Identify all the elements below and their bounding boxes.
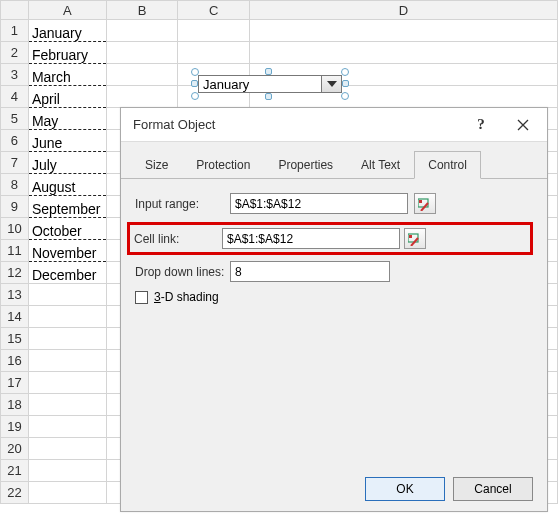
cell[interactable] [28, 416, 106, 438]
row-header[interactable]: 3 [1, 64, 29, 86]
close-button[interactable] [503, 111, 543, 139]
control-tab-panel: Input range: Cell link: Drop down lines:… [121, 179, 547, 318]
row-header[interactable]: 6 [1, 130, 29, 152]
cell[interactable]: June [28, 130, 106, 152]
col-header-d[interactable]: D [250, 1, 558, 20]
cell-link-label: Cell link: [134, 232, 222, 246]
cell[interactable] [28, 482, 106, 504]
dropdown-control[interactable]: January [195, 72, 345, 96]
cell[interactable] [178, 42, 250, 64]
cell-link-field[interactable] [222, 228, 400, 249]
cell[interactable]: July [28, 152, 106, 174]
cell[interactable]: September [28, 196, 106, 218]
row-header[interactable]: 8 [1, 174, 29, 196]
3d-shading-checkbox[interactable]: 3-D shading [135, 290, 533, 304]
cell[interactable] [28, 328, 106, 350]
tab-control[interactable]: Control [414, 151, 481, 179]
cell[interactable] [250, 20, 558, 42]
row-header[interactable]: 13 [1, 284, 29, 306]
cell[interactable] [106, 64, 178, 86]
dialog-title: Format Object [133, 117, 215, 132]
dropdown-lines-label: Drop down lines: [135, 265, 230, 279]
row-header[interactable]: 7 [1, 152, 29, 174]
cell[interactable] [28, 460, 106, 482]
input-range-label: Input range: [135, 197, 230, 211]
svg-rect-1 [419, 200, 422, 203]
col-header-c[interactable]: C [178, 1, 250, 20]
cell[interactable]: February [28, 42, 106, 64]
row-header[interactable]: 21 [1, 460, 29, 482]
cell[interactable] [106, 42, 178, 64]
row-header[interactable]: 5 [1, 108, 29, 130]
cell-link-picker[interactable] [404, 228, 426, 249]
tab-protection[interactable]: Protection [182, 151, 264, 179]
row-header[interactable]: 10 [1, 218, 29, 240]
3d-shading-label-rest: -D shading [161, 290, 219, 304]
tab-size[interactable]: Size [131, 151, 182, 179]
col-header-a[interactable]: A [28, 1, 106, 20]
tab-alt-text[interactable]: Alt Text [347, 151, 414, 179]
dropdown-value: January [203, 77, 249, 92]
corner-cell[interactable] [1, 1, 29, 20]
col-header-b[interactable]: B [106, 1, 178, 20]
row-header[interactable]: 17 [1, 372, 29, 394]
cell[interactable] [106, 20, 178, 42]
input-range-picker[interactable] [414, 193, 436, 214]
cell[interactable] [28, 350, 106, 372]
cell[interactable]: January [28, 20, 106, 42]
cell[interactable]: March [28, 64, 106, 86]
cell[interactable]: August [28, 174, 106, 196]
cell[interactable]: May [28, 108, 106, 130]
cell[interactable] [28, 394, 106, 416]
row-header[interactable]: 14 [1, 306, 29, 328]
cell[interactable]: December [28, 262, 106, 284]
row-header[interactable]: 11 [1, 240, 29, 262]
cell[interactable] [178, 20, 250, 42]
cell[interactable] [28, 284, 106, 306]
cell[interactable]: November [28, 240, 106, 262]
ok-button[interactable]: OK [365, 477, 445, 501]
row-header[interactable]: 15 [1, 328, 29, 350]
dropdown-arrow[interactable] [321, 76, 341, 92]
format-object-dialog: Format Object ? SizeProtectionProperties… [120, 107, 548, 512]
row-header[interactable]: 18 [1, 394, 29, 416]
row-header[interactable]: 4 [1, 86, 29, 108]
tab-properties[interactable]: Properties [264, 151, 347, 179]
row-header[interactable]: 19 [1, 416, 29, 438]
svg-rect-3 [409, 235, 412, 238]
cell[interactable] [28, 306, 106, 328]
row-header[interactable]: 12 [1, 262, 29, 284]
row-header[interactable]: 9 [1, 196, 29, 218]
cell[interactable] [106, 86, 178, 108]
row-header[interactable]: 20 [1, 438, 29, 460]
cell[interactable] [250, 42, 558, 64]
cell[interactable] [28, 438, 106, 460]
cell[interactable] [28, 372, 106, 394]
dialog-tabs: SizeProtectionPropertiesAlt TextControl [121, 142, 547, 179]
cell[interactable]: April [28, 86, 106, 108]
row-header[interactable]: 22 [1, 482, 29, 504]
input-range-field[interactable] [230, 193, 408, 214]
cancel-button[interactable]: Cancel [453, 477, 533, 501]
row-header[interactable]: 1 [1, 20, 29, 42]
cell-link-highlight: Cell link: [127, 222, 533, 255]
help-button[interactable]: ? [461, 111, 501, 139]
dropdown-lines-field[interactable] [230, 261, 390, 282]
row-header[interactable]: 2 [1, 42, 29, 64]
cell[interactable]: October [28, 218, 106, 240]
checkbox-icon [135, 291, 148, 304]
row-header[interactable]: 16 [1, 350, 29, 372]
